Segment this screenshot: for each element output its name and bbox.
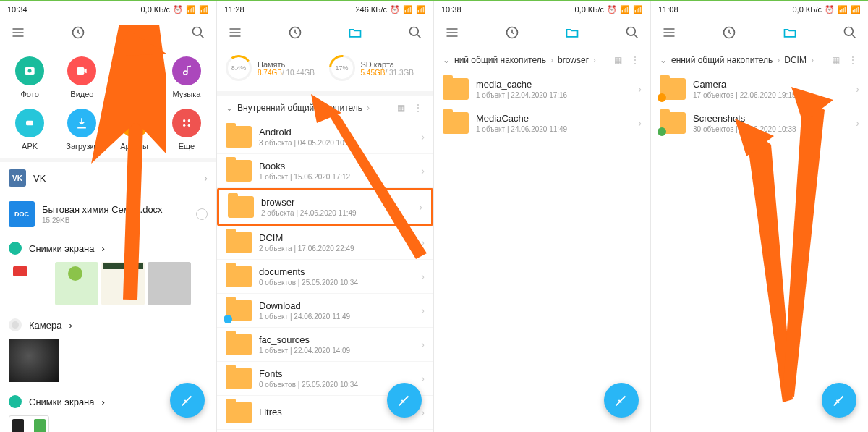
chevron-right-icon: › — [204, 172, 208, 184]
section-screenshots[interactable]: Снимки экрана › — [0, 234, 216, 262]
alarm-icon: ⏰ — [390, 5, 400, 14]
signal-icon: 📶 — [838, 5, 848, 14]
more-icon[interactable]: ⋮ — [629, 55, 642, 65]
camera-photo-thumb[interactable] — [9, 339, 59, 382]
folder-row[interactable]: browser2 объекта | 24.06.2020 11:49 › — [217, 188, 433, 226]
menu-icon[interactable] — [227, 25, 243, 41]
svg-point-1 — [193, 27, 202, 36]
folder-name: Books — [259, 161, 350, 171]
view-grid-icon[interactable]: ▦ — [394, 103, 407, 113]
chevron-right-icon: › — [638, 117, 642, 129]
chevron-right-icon: › — [421, 237, 425, 248]
folder-tab-icon[interactable] — [130, 25, 146, 41]
folder-meta: 1 объект | 22.04.2020 14:09 — [259, 347, 350, 355]
recent-icon[interactable] — [70, 25, 86, 41]
top-toolbar — [651, 17, 868, 48]
folder-row[interactable]: Books1 объект | 15.06.2020 17:12 › — [217, 154, 433, 188]
more-icon[interactable]: ⋮ — [846, 55, 859, 65]
menu-icon[interactable] — [10, 25, 26, 41]
cat-documents[interactable]: Документы — [109, 52, 160, 103]
status-data-rate: 0,0 КБ/с — [140, 5, 170, 14]
top-toolbar — [217, 17, 433, 48]
chevron-right-icon: › — [856, 83, 859, 95]
folder-row[interactable]: fac_sources1 объект | 22.04.2020 14:09 › — [217, 328, 433, 362]
bullet-icon — [9, 395, 22, 408]
more-icon[interactable]: ⋮ — [412, 103, 425, 113]
folder-icon — [226, 126, 252, 148]
chevron-down-icon[interactable]: ⌄ — [226, 103, 233, 113]
folder-row[interactable]: Android3 объекта | 04.05.2020 10:07 › — [217, 120, 433, 154]
thumbnail[interactable] — [9, 262, 52, 305]
chevron-down-icon[interactable]: ⌄ — [443, 55, 450, 65]
folder-icon — [226, 300, 252, 321]
recent-icon[interactable] — [287, 25, 303, 41]
svg-point-8 — [188, 119, 190, 122]
folder-row[interactable]: Screenshots30 объектов | 25.06.2020 10:3… — [651, 106, 868, 140]
folder-name: Android — [259, 127, 354, 137]
signal-icon: 📶 — [186, 5, 196, 14]
folder-row[interactable]: Download1 объект | 24.06.2020 11:49 › — [217, 294, 433, 328]
breadcrumb[interactable]: ⌄ Внутренний общий накопитель › ▦ ⋮ — [217, 96, 433, 120]
svg-rect-5 — [26, 121, 33, 126]
pane-dcim-folder: 11:08 0,0 КБ/с ⏰ 📶 📶 ⌄ енний общий накоп… — [651, 1, 868, 432]
breadcrumb[interactable]: ⌄ ний общий накопитель › browser › ▦ ⋮ — [434, 48, 650, 72]
search-icon[interactable] — [407, 25, 423, 41]
search-icon[interactable] — [842, 25, 858, 41]
folder-row[interactable]: Camera17 объектов | 22.06.2020 19:15 › — [651, 72, 868, 106]
thumbnail[interactable] — [9, 415, 49, 432]
folder-row[interactable]: media_cache1 объект | 22.04.2020 17:16 › — [434, 72, 650, 106]
folder-row[interactable]: DCIM2 объекта | 17.06.2020 22:49 › — [217, 226, 433, 260]
cat-archives[interactable]: Архивы — [109, 104, 160, 155]
chevron-down-icon[interactable]: ⌄ — [660, 55, 667, 65]
vk-row[interactable]: VK VK › — [0, 162, 216, 194]
folder-meta: 3 объекта | 04.05.2020 10:07 — [259, 139, 354, 147]
cat-downloads[interactable]: Загрузки — [56, 104, 107, 155]
clean-fab[interactable] — [822, 383, 856, 418]
folder-name: Litres — [259, 407, 282, 418]
bullet-icon — [9, 318, 22, 331]
thumbnail[interactable] — [101, 262, 145, 305]
menu-icon[interactable] — [444, 25, 460, 41]
clean-fab[interactable] — [387, 383, 422, 418]
clean-fab[interactable] — [604, 383, 639, 418]
signal-icon: 📶 — [403, 5, 413, 14]
menu-icon[interactable] — [661, 25, 677, 41]
cat-more[interactable]: Еще — [161, 104, 212, 155]
storage-internal[interactable]: 8.4% Память 8.74GB/ 10.44GB — [226, 55, 322, 81]
top-toolbar — [0, 17, 216, 48]
cat-photo[interactable]: Фото — [4, 52, 55, 103]
folder-tab-icon[interactable] — [564, 25, 580, 41]
status-bar: 10:38 0,0 КБ/с ⏰ 📶 📶 — [434, 1, 650, 17]
folder-meta: 1 объект | 22.04.2020 17:16 — [476, 91, 567, 99]
select-radio[interactable] — [196, 208, 208, 220]
status-time: 10:38 — [441, 5, 461, 14]
cat-apk[interactable]: APK — [4, 104, 55, 155]
chevron-right-icon: › — [102, 243, 105, 254]
recent-doc-row[interactable]: DOC Бытовая химия Семья.docx 15.29KB — [0, 194, 216, 234]
view-grid-icon[interactable]: ▦ — [829, 55, 842, 65]
clean-fab[interactable] — [170, 383, 205, 418]
section-camera[interactable]: Камера › — [0, 311, 216, 339]
recent-icon[interactable] — [721, 25, 737, 41]
recent-icon[interactable] — [504, 25, 520, 41]
folder-row[interactable]: documents0 объектов | 25.05.2020 10:34 › — [217, 260, 433, 294]
cat-video[interactable]: Видео — [56, 52, 107, 103]
svg-point-9 — [183, 124, 185, 127]
view-grid-icon[interactable]: ▦ — [611, 55, 624, 65]
folder-icon — [226, 368, 252, 389]
thumbnail[interactable] — [148, 262, 191, 305]
folder-tab-icon[interactable] — [782, 25, 798, 41]
folder-meta: 0 объектов | 25.05.2020 10:34 — [259, 381, 358, 389]
cat-music[interactable]: Музыка — [161, 52, 212, 103]
storage-summary: 8.4% Память 8.74GB/ 10.44GB 17% SD карта… — [217, 48, 433, 88]
storage-sd[interactable]: 17% SD карта 5.45GB/ 31.3GB — [329, 55, 425, 81]
alarm-icon: ⏰ — [607, 5, 617, 14]
search-icon[interactable] — [624, 25, 640, 41]
thumbnail[interactable] — [55, 262, 98, 305]
folder-tab-icon[interactable] — [347, 25, 363, 41]
search-icon[interactable] — [190, 25, 206, 41]
folder-icon — [226, 232, 252, 253]
folder-icon — [226, 334, 252, 355]
breadcrumb[interactable]: ⌄ енний общий накопитель › DCIM › ▦ ⋮ — [651, 48, 868, 72]
folder-row[interactable]: MediaCache1 объект | 24.06.2020 11:49 › — [434, 106, 650, 140]
